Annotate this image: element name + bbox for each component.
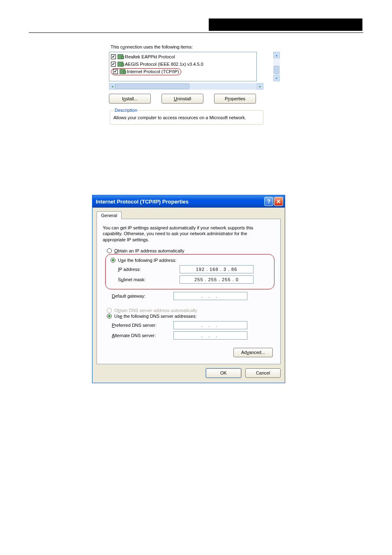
radio-use-ip[interactable]: Use the following IP address: (109, 258, 271, 263)
header-black-box (209, 18, 362, 31)
help-button[interactable]: ? (264, 197, 273, 206)
ip-address-row: IP address: 192 . 168 . 3 . 86 (118, 265, 271, 273)
list-item-label: Realtek EAPPkt Protocol (125, 54, 175, 59)
highlighted-item: ✔ Internet Protocol (TCP/IP) (111, 68, 181, 75)
description-text: Allows your computer to access resources… (113, 115, 260, 120)
radio-obtain-dns: Obtain DNS server address automatically (103, 308, 274, 313)
scroll-track-h[interactable] (115, 83, 257, 90)
uninstall-button[interactable]: Uninstall (161, 94, 203, 104)
protocol-icon (118, 54, 123, 59)
scroll-down-icon[interactable]: ▾ (273, 75, 280, 81)
list-item[interactable]: ✔ AEGIS Protocol (IEEE 802.1x) v3.4.5.0 (111, 60, 255, 68)
pref-dns-row: Preferred DNS server: . . . (112, 321, 274, 329)
list-item[interactable]: ✔ Realtek EAPPkt Protocol (111, 53, 255, 60)
scroll-right-icon[interactable]: ▸ (257, 83, 263, 90)
radio-label: Obtain an IP address automatically (114, 248, 184, 253)
advanced-button[interactable]: Advanced... (233, 348, 273, 357)
dialog-title: Internet Protocol (TCP/IP) Properties (96, 199, 189, 205)
gateway-input[interactable]: . . . (173, 292, 247, 300)
radio-icon[interactable] (111, 258, 115, 263)
protocol-icon (120, 69, 125, 74)
ip-address-input[interactable]: 192 . 168 . 3 . 86 (180, 265, 254, 273)
close-button[interactable]: ✕ (274, 197, 283, 206)
checkbox-icon[interactable]: ✔ (111, 54, 116, 59)
tab-panel: You can get IP settings assigned automat… (97, 219, 281, 364)
description-group: Description Allows your computer to acce… (110, 108, 263, 125)
ip-address-label: IP address: (118, 267, 180, 272)
properties-button[interactable]: Properties (214, 94, 256, 104)
subnet-row: Subnet mask: 255 . 255 . 255 . 0 (118, 275, 271, 284)
scroll-left-icon[interactable]: ◂ (109, 83, 115, 90)
scroll-up-icon[interactable]: ▴ (273, 52, 280, 58)
horizontal-scrollbar[interactable]: ◂ ▸ (109, 83, 263, 90)
radio-label: Use the following DNS server addresses: (114, 314, 197, 319)
vertical-scrollbar[interactable]: ▴ ▾ (273, 52, 280, 81)
scroll-track[interactable] (273, 58, 280, 75)
scroll-thumb[interactable] (274, 66, 279, 74)
titlebar[interactable]: Internet Protocol (TCP/IP) Properties ? … (92, 195, 285, 208)
protocol-icon (118, 62, 123, 67)
radio-icon[interactable] (107, 314, 112, 319)
radio-obtain-ip[interactable]: Obtain an IP address automatically (103, 248, 274, 253)
subnet-input[interactable]: 255 . 255 . 255 . 0 (180, 275, 254, 284)
radio-use-dns[interactable]: Use the following DNS server addresses: (103, 314, 274, 319)
help-text: You can get IP settings assigned automat… (103, 225, 271, 243)
radio-icon (107, 308, 112, 313)
cancel-button[interactable]: Cancel (245, 368, 281, 378)
description-legend: Description (113, 108, 138, 113)
radio-icon[interactable] (107, 248, 112, 253)
list-item-label: AEGIS Protocol (IEEE 802.1x) v3.4.5.0 (125, 62, 203, 67)
pref-dns-label: Preferred DNS server: (112, 323, 173, 328)
list-item-label: Internet Protocol (TCP/IP) (127, 69, 179, 74)
protocol-listbox[interactable]: ✔ Realtek EAPPkt Protocol ✔ AEGIS Protoc… (109, 52, 257, 81)
pref-dns-input[interactable]: . . . (173, 321, 247, 329)
ok-button[interactable]: OK (206, 368, 241, 378)
checkbox-icon[interactable]: ✔ (113, 69, 118, 74)
tcpip-properties-dialog: Internet Protocol (TCP/IP) Properties ? … (92, 195, 285, 383)
connection-items-label: This connection uses the following items… (109, 44, 273, 49)
scroll-thumb-h[interactable] (115, 83, 189, 89)
highlighted-ip-section: Use the following IP address: IP address… (105, 254, 274, 289)
list-item[interactable]: ✔ Internet Protocol (TCP/IP) (111, 68, 255, 75)
alt-dns-row: Alternate DNS server: . . . (112, 331, 274, 340)
connection-items-panel: This connection uses the following items… (109, 44, 273, 125)
tab-strip: General (92, 208, 285, 219)
install-button[interactable]: Install... (109, 94, 151, 104)
tab-general[interactable]: General (97, 211, 122, 219)
radio-label: Obtain DNS server address automatically (114, 308, 197, 313)
alt-dns-label: Alternate DNS server: (112, 333, 173, 338)
alt-dns-input[interactable]: . . . (173, 331, 247, 340)
subnet-label: Subnet mask: (118, 277, 180, 282)
header-divider (29, 32, 363, 33)
gateway-label: Default gateway: (112, 294, 173, 298)
gateway-row: Default gateway: . . . (112, 292, 274, 300)
checkbox-icon[interactable]: ✔ (111, 62, 116, 67)
radio-label: Use the following IP address: (118, 258, 176, 263)
